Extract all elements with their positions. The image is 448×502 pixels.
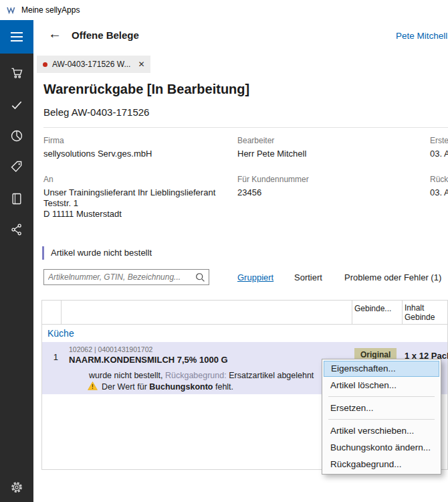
grouped-view-link[interactable]: Gruppiert [237,272,273,282]
field-bearbeiter: Bearbeiter Herr Pete Mitchell [237,136,428,159]
settings-button[interactable] [0,473,33,502]
status-value: Ersatzartikel abgelehnt [229,371,314,380]
app-title: Meine sellyApps [21,5,80,15]
note-banner: Artikel wurde nicht bestellt [42,246,152,260]
menu-item-buchungskonto-aendern[interactable]: Buchungskonto ändern... [322,439,441,456]
column-divider [402,301,403,325]
back-button[interactable]: ← [48,26,62,41]
journal-icon [10,192,23,208]
divider [43,127,448,128]
search-input[interactable] [44,270,193,284]
hamburger-icon [11,32,23,33]
hamburger-menu-button[interactable] [0,20,33,54]
field-label: Für Kundennummer [237,175,428,184]
search-box [43,269,209,285]
field-firma: Firma sellysolutions Serv.ges.mbH [43,136,234,159]
menu-item-artikel-loeschen[interactable]: Artikel löschen... [322,377,441,394]
note-text: Artikel wurde nicht bestellt [51,248,152,258]
page-title: Offene Belege [72,29,139,41]
group-row-kueche[interactable]: Küche [42,325,447,342]
context-menu: Eigenschaften... Artikel löschen... Erse… [322,359,441,475]
field-value: Unser Trainingslieferant Ihr Lieblingsli… [43,187,234,220]
field-value: 03. A [430,149,448,159]
sidebar-item-documents[interactable] [0,185,33,216]
tab-strip: AW-0403-171526 W... ✕ [33,55,448,74]
group-label: Küche [47,328,74,339]
field-an: An Unser Trainingslieferant Ihr Liebling… [43,175,234,220]
field-label: Firma [43,136,234,145]
document-title: Warenrückgabe [In Bearbeitung] [43,82,249,97]
article-status-line: wurde nicht bestellt, Rückgabegrund: Ers… [89,371,314,380]
field-erstellt: Erstel 03. A [430,136,448,159]
sidebar [0,20,33,502]
article-codes: 102062 | 04001431901702 [69,345,152,353]
field-value: 23456 [237,187,428,198]
app-logo-icon [6,5,17,15]
field-rueckgabe: Rück 03. A [430,175,448,198]
field-label: Bearbeiter [237,136,428,145]
column-divider [352,301,352,325]
price-tag-icon [10,160,23,176]
field-label: An [43,175,234,184]
sidebar-item-prices[interactable] [0,153,33,183]
sidebar-item-cart[interactable] [0,59,33,90]
field-value: sellysolutions Serv.ges.mbH [43,149,234,159]
menu-separator [328,396,435,397]
pie-chart-icon [10,129,23,145]
tab-close-button[interactable]: ✕ [138,60,144,69]
cart-icon [10,66,23,82]
tab-label: AW-0403-171526 W... [52,60,130,69]
table-header: Gebinde... Inhalt Gebinde [42,301,447,325]
menu-item-artikel-verschieben[interactable]: Artikel verschieben... [322,422,441,439]
app-window: Meine sellyApps ← Offe [0,0,448,502]
sidebar-item-tasks[interactable] [0,91,33,122]
warning-text: Der Wert für Buchungskonto fehlt. [102,382,233,392]
field-value: 03. A [430,187,448,198]
row-index: 1 [43,352,58,362]
column-header-inhalt-gebinde: Inhalt Gebinde [405,303,443,322]
sorted-view-link[interactable]: Sortiert [294,272,322,282]
field-kundennummer: Für Kundennummer 23456 [237,175,428,198]
field-value: Herr Pete Mitchell [237,149,428,159]
search-icon[interactable] [195,272,206,286]
status-text: wurde nicht bestellt, [89,371,162,380]
share-icon [10,223,23,239]
field-label: Rück [430,175,448,184]
user-account-link[interactable]: Pete Mitchell [396,31,447,41]
menu-item-eigenschaften[interactable]: Eigenschaften... [324,361,439,377]
titlebar: Meine sellyApps [0,0,448,20]
tab-document[interactable]: AW-0403-171526 W... ✕ [37,56,150,73]
problems-filter-link[interactable]: Probleme oder Fehler (1) [344,272,441,282]
column-header-gebinde: Gebinde... [354,304,391,313]
article-name: NAARM.KONDENSMILCH 7,5% 1000 G [69,355,228,365]
check-icon [10,98,23,114]
unsaved-changes-dot-icon [43,62,47,67]
article-warning-line: Der Wert für Buchungskonto fehlt. [88,382,233,392]
gear-icon [9,480,24,497]
column-divider [61,301,62,325]
field-label: Erstel [430,136,448,145]
sidebar-item-reports[interactable] [0,122,33,153]
warning-icon [88,382,98,392]
menu-item-ersetzen[interactable]: Ersetzen... [322,400,441,416]
menu-separator [328,419,435,420]
warning-term: Buchungskonto [149,382,213,392]
menu-item-rueckgabegrund[interactable]: Rückgabegrund... [322,456,441,473]
sidebar-item-share[interactable] [0,216,33,246]
document-subtitle: Beleg AW-0403-171526 [43,106,149,118]
status-label: Rückgabegrund: [165,371,227,380]
